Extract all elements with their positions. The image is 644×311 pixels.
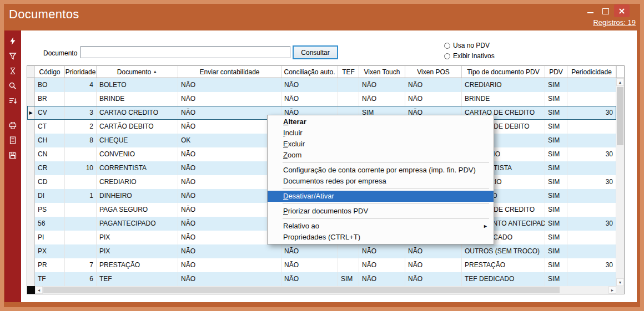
table-cell[interactable]: NÃO (281, 244, 338, 258)
table-cell[interactable]: SIM (545, 120, 567, 134)
table-cell[interactable]: NÃO (178, 244, 281, 258)
report-button[interactable] (5, 134, 21, 146)
table-cell[interactable]: NÃO (178, 203, 281, 217)
table-cell[interactable]: NÃO (405, 78, 462, 92)
table-cell[interactable]: NÃO (178, 272, 281, 286)
table-cell[interactable]: CHEQUE (97, 134, 178, 147)
table-cell[interactable]: DINHEIRO (97, 189, 178, 203)
table-cell[interactable]: NÃO (405, 244, 462, 258)
table-cell[interactable] (65, 92, 97, 106)
table-cell[interactable]: 8 (65, 134, 97, 147)
table-row-PX[interactable]: PXPIXNÃONÃONÃONÃOOUTROS (SEM TROCO)SIM (27, 244, 616, 258)
table-cell[interactable]: SIM (545, 175, 567, 189)
table-cell[interactable] (65, 231, 97, 244)
table-cell[interactable]: NÃO (359, 92, 405, 106)
documento-input[interactable] (80, 46, 290, 58)
table-cell[interactable]: 30 (567, 106, 616, 120)
table-cell[interactable]: NÃO (178, 78, 281, 92)
table-cell[interactable] (65, 175, 97, 189)
table-cell[interactable]: CREDIARIO (97, 175, 178, 189)
table-cell[interactable]: SIM (545, 161, 567, 175)
column-header[interactable]: PDV (545, 66, 567, 78)
vertical-scrollbar[interactable]: ▲ ▼ (616, 78, 624, 286)
table-cell[interactable]: PX (35, 244, 65, 258)
save-button[interactable] (5, 149, 21, 161)
registros-link[interactable]: Registros: 19 (522, 18, 636, 27)
table-row-TF[interactable]: TF6TEFNÃONÃOSIMNÃONÃOTEF DEDICADOSIM (27, 272, 616, 286)
table-cell[interactable]: 56 (35, 217, 65, 231)
table-cell[interactable]: SIM (338, 272, 359, 286)
table-cell[interactable]: NÃO (405, 92, 462, 106)
table-cell[interactable]: NÃO (359, 272, 405, 286)
column-header[interactable]: Documento▲ (97, 66, 178, 78)
table-cell[interactable]: NÃO (178, 258, 281, 272)
table-cell[interactable] (65, 244, 97, 258)
table-cell[interactable]: CORRENTISTA (97, 161, 178, 175)
table-cell[interactable]: 6 (65, 272, 97, 286)
table-cell[interactable]: BO (35, 78, 65, 92)
close-button[interactable] (614, 4, 630, 17)
table-cell[interactable] (567, 78, 616, 92)
table-cell[interactable]: NÃO (281, 258, 338, 272)
column-header[interactable]: Vixen Touch (359, 66, 405, 78)
column-header[interactable]: Vixen POS (405, 66, 462, 78)
scroll-down-button[interactable]: ▼ (616, 278, 624, 286)
menu-item[interactable]: Excluir (268, 139, 494, 150)
menu-item[interactable]: Desativar/Ativar (268, 191, 494, 202)
table-cell[interactable]: NÃO (359, 258, 405, 272)
table-cell[interactable]: TEF DEDICADO (462, 272, 545, 286)
table-row-PR[interactable]: PR7PRESTAÇÃONÃONÃONÃONÃOPRESTAÇÃOSIM30 (27, 258, 616, 272)
scroll-left-button[interactable]: ◄ (35, 286, 43, 294)
table-cell[interactable]: CD (35, 175, 65, 189)
table-cell[interactable]: 30 (567, 258, 616, 272)
table-cell[interactable]: SIM (545, 231, 567, 244)
table-cell[interactable]: OK (178, 134, 281, 147)
table-cell[interactable]: NÃO (359, 244, 405, 258)
table-cell[interactable]: SIM (545, 134, 567, 147)
table-cell[interactable] (338, 92, 359, 106)
table-cell[interactable]: 30 (567, 217, 616, 231)
table-cell[interactable]: PAGANTECIPADO (97, 217, 178, 231)
table-cell[interactable] (567, 231, 616, 244)
table-cell[interactable] (567, 189, 616, 203)
table-cell[interactable]: CT (35, 120, 65, 134)
table-cell[interactable]: SIM (545, 92, 567, 106)
scroll-up-button[interactable]: ▲ (616, 78, 624, 86)
scroll-right-button[interactable]: ► (608, 286, 616, 294)
maximize-button[interactable] (599, 6, 612, 17)
table-cell[interactable]: NÃO (405, 258, 462, 272)
table-cell[interactable]: BR (35, 92, 65, 106)
table-cell[interactable]: NÃO (178, 106, 281, 120)
radio-usa-no-pdv[interactable]: Usa no PDV (444, 42, 490, 49)
table-cell[interactable]: SIM (545, 147, 567, 161)
table-cell[interactable]: SIM (545, 272, 567, 286)
column-header[interactable]: Prioridade (65, 66, 97, 78)
table-cell[interactable]: NÃO (178, 120, 281, 134)
vertical-scroll-thumb[interactable] (617, 87, 623, 145)
table-cell[interactable]: CARTAO CREDITO (97, 106, 178, 120)
table-cell[interactable]: NÃO (178, 217, 281, 231)
table-cell[interactable]: PR (35, 258, 65, 272)
table-cell[interactable]: TEF (97, 272, 178, 286)
table-cell[interactable]: NÃO (178, 175, 281, 189)
filter-button[interactable] (5, 49, 21, 62)
column-header[interactable]: Conciliação auto. (281, 66, 338, 78)
table-cell[interactable] (567, 161, 616, 175)
table-cell[interactable]: NÃO (178, 92, 281, 106)
menu-item[interactable]: Documentos redes por empresa (268, 176, 494, 187)
table-cell[interactable]: BRINDE (97, 92, 178, 106)
table-cell[interactable]: SIM (545, 203, 567, 217)
menu-item[interactable]: Zoom (268, 150, 494, 161)
consultar-button[interactable]: Consultar (293, 45, 338, 59)
table-cell[interactable]: SIM (545, 78, 567, 92)
table-cell[interactable] (65, 217, 97, 231)
table-cell[interactable]: 4 (65, 78, 97, 92)
table-cell[interactable]: NÃO (359, 78, 405, 92)
horizontal-scroll-thumb[interactable] (43, 287, 560, 293)
menu-item[interactable]: Alterar (268, 116, 494, 128)
table-cell[interactable]: NÃO (281, 78, 338, 92)
table-cell[interactable] (65, 147, 97, 161)
table-cell[interactable]: 30 (567, 147, 616, 161)
table-cell[interactable]: CN (35, 147, 65, 161)
table-cell[interactable]: 7 (65, 258, 97, 272)
